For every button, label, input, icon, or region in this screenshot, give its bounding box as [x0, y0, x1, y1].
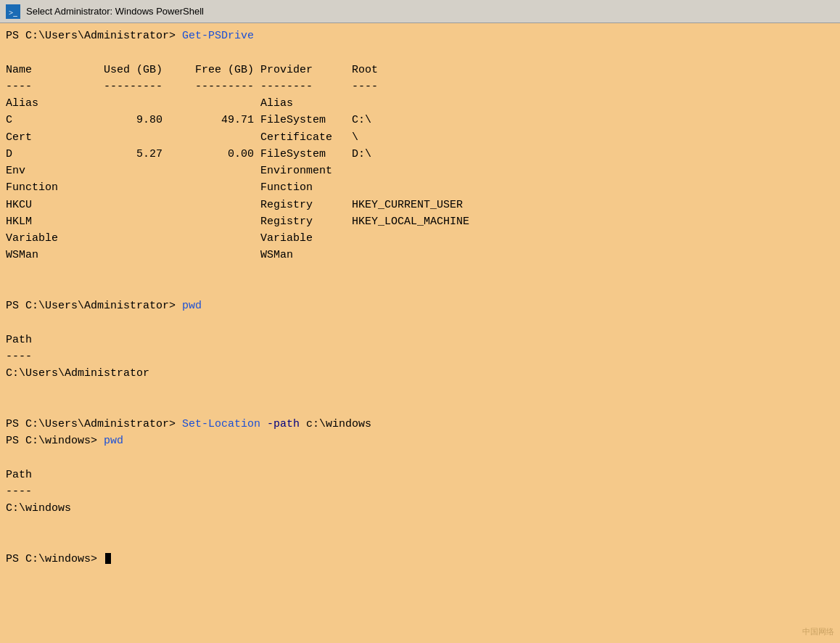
prompt-2: PS C:\Users\Administrator>: [6, 300, 182, 312]
cmd-pwd-1: pwd: [182, 300, 202, 312]
watermark: 中国网络: [802, 626, 834, 637]
param-path: -path: [260, 418, 300, 430]
cmd-pwd-2: pwd: [104, 435, 123, 447]
title-bar-text: Select Administrator: Windows PowerShell: [26, 6, 204, 17]
cmd-get-psdrive: Get-PSDrive: [182, 30, 254, 42]
output-header: Name Used (GB) Free (GB) Provider Root -…: [6, 64, 469, 262]
output-path-2: Path ---- C:\windows: [6, 469, 71, 515]
prompt-4: PS C:\windows>: [6, 435, 104, 447]
prompt-1: PS C:\Users\Administrator>: [6, 30, 182, 42]
cmd-set-location: Set-Location: [182, 418, 260, 430]
cursor: [105, 553, 111, 564]
svg-text:>_: >_: [9, 8, 17, 17]
terminal-content: PS C:\Users\Administrator> Get-PSDrive N…: [6, 28, 834, 568]
terminal: PS C:\Users\Administrator> Get-PSDrive N…: [0, 23, 840, 643]
prompt-3: PS C:\Users\Administrator>: [6, 418, 182, 430]
output-path-1: Path ---- C:\Users\Administrator: [6, 334, 149, 380]
powershell-icon: >_: [6, 4, 20, 19]
prompt-5: PS C:\windows>: [6, 553, 104, 565]
param-value: c:\windows: [300, 418, 371, 430]
title-bar: >_ Select Administrator: Windows PowerSh…: [0, 0, 840, 23]
